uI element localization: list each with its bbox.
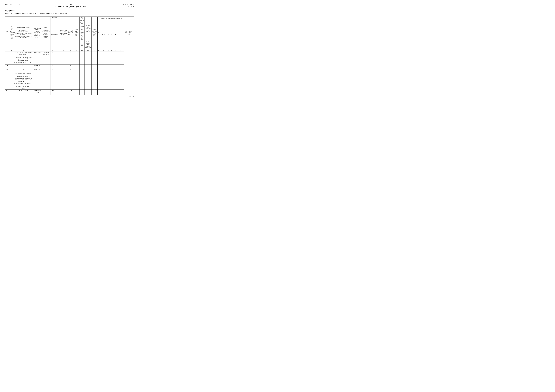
row-q1: [107, 64, 110, 68]
row-q2: [110, 75, 114, 90]
cn13: I3: [92, 49, 98, 51]
row-id: [5, 72, 9, 75]
row-id: I.3.: [5, 64, 9, 68]
object-line: Объект ( производственная мощность) Комп…: [5, 13, 134, 14]
th-col14: I4: [98, 17, 100, 49]
row-declared: [92, 75, 98, 90]
row-maker: [41, 68, 51, 72]
page-code: 6986/IХ: [128, 96, 134, 98]
row-maker: [41, 90, 51, 95]
row-unit: шт: [51, 64, 55, 68]
row-c14: [98, 72, 100, 75]
row-avail: [85, 64, 92, 68]
row-code2: [59, 75, 67, 90]
row-q3: [114, 72, 117, 75]
row-price: [74, 56, 80, 64]
table-row: I.3. 6,3 ППВМЗ-IO шт I: [5, 64, 134, 68]
row-code: [55, 75, 59, 90]
row-q1: [107, 56, 110, 64]
cn14: I4: [98, 49, 100, 51]
row-c14: [98, 90, 100, 95]
cn9: 9: [67, 49, 74, 51]
object-value: Компрессорная станция 4К-250А: [40, 13, 67, 14]
row-id: I.4.: [5, 68, 9, 72]
row-code2: [59, 68, 67, 72]
cn11: II: [80, 49, 85, 51]
cn6: 6: [51, 49, 55, 51]
table-row-section: 2. КАБЕЛЬНЫЕ ИЗДЕЛИЯ: [5, 72, 134, 75]
footer: 6986/IХ: [5, 96, 134, 98]
th-col6a: На-именова-ние: [51, 20, 55, 49]
page-container: 904-I-33 (IX) 50 ЗАКАЗНАЯ СПЕЦИФИКАЦИЯ №…: [5, 4, 134, 98]
th-q2: II: [110, 20, 114, 49]
row-type: ПКЕ-712-2: [33, 51, 41, 56]
row-unit: [51, 72, 55, 75]
row-unit: [51, 75, 55, 90]
row-total: [100, 51, 107, 56]
row-code: [55, 72, 59, 75]
row-declared: [92, 72, 98, 75]
row-id: [5, 75, 9, 90]
row-type: ППВМЗ-IO: [33, 64, 41, 68]
th-col8: Код об-ру-до-ва-ния, ма-тери-а-ло-лов: [59, 17, 67, 49]
row-needed: [80, 64, 85, 68]
row-cost: [117, 75, 124, 90]
row-c14: [98, 75, 100, 90]
row-code: [55, 68, 59, 72]
row-q3: [114, 68, 117, 72]
row-q1: [107, 90, 110, 95]
cn3: 3: [14, 49, 33, 51]
row-name: То же, но в защи-щенном исполнении: [14, 51, 33, 56]
row-code2: [59, 90, 67, 95]
cn19: I9: [117, 49, 124, 51]
company-label: Предприятие: [5, 10, 15, 12]
th-col10: Цена еди-ницы тыс. руб.: [74, 17, 80, 49]
th-col9: По-треб-ность по про-екту: [67, 17, 74, 49]
row-needed: [80, 72, 85, 75]
row-demand: I: [67, 64, 74, 68]
sheet-label: Лист№: [128, 5, 132, 7]
row-cost: [117, 56, 124, 64]
row-name: Пакетный вык-лючатель трех-полосный в ге…: [14, 56, 33, 64]
th-col2: № поз. по тех-нологич. схеме, место уста…: [9, 17, 14, 49]
row-pos: [9, 72, 14, 75]
row-pos: [9, 64, 14, 68]
header-right: Всего листов 5 Лист№ 2: [121, 4, 134, 7]
row-maker: [41, 56, 51, 64]
row-avail: [85, 68, 92, 72]
cn7: 7: [55, 49, 59, 51]
table-row: I.2 То же, но в защи-щенном исполнении П…: [5, 51, 134, 56]
row-type: [33, 56, 41, 64]
row-q2: [110, 72, 114, 75]
row-price: [74, 75, 80, 90]
row-declared: [92, 68, 98, 72]
row-demand: [67, 56, 74, 64]
row-pos: [9, 56, 14, 64]
row-q3: [114, 51, 117, 56]
row-maker: [41, 75, 51, 90]
row-q2: [110, 51, 114, 56]
total-sheets-value: 5: [133, 4, 134, 5]
row-c14: [98, 68, 100, 72]
row-q3: [114, 90, 117, 95]
row-id: I.2: [5, 51, 9, 56]
table-row: Кабель силовой с алюминиевыми жилами, с …: [5, 75, 134, 90]
row-needed: [80, 90, 85, 95]
row-q2: [110, 56, 114, 64]
row-declared: [92, 90, 98, 95]
th-col12b: на на-ча-ло пла-ниру-емый год: [85, 41, 92, 49]
cn15: I5: [100, 49, 107, 51]
row-demand: 5: [67, 51, 74, 56]
row-maker: г.Гомель п/я 8500: [41, 51, 51, 56]
th-col3: Наименование и тех-ническая характе-рист…: [14, 17, 33, 49]
row-price: [74, 64, 80, 68]
table-row: Пакетный вык-лючатель трех-полосный в ге…: [5, 56, 134, 64]
row-id: 2.I: [5, 90, 9, 95]
row-type: [33, 75, 41, 90]
row-avail: [85, 90, 92, 95]
row-demand: [67, 75, 74, 90]
row-cost: [117, 64, 124, 68]
row-q1: [107, 68, 110, 72]
th-col5: Завод-изготови-тель (для импортно-го обо…: [41, 17, 51, 49]
doc-number: 904-I-33: [5, 4, 12, 5]
